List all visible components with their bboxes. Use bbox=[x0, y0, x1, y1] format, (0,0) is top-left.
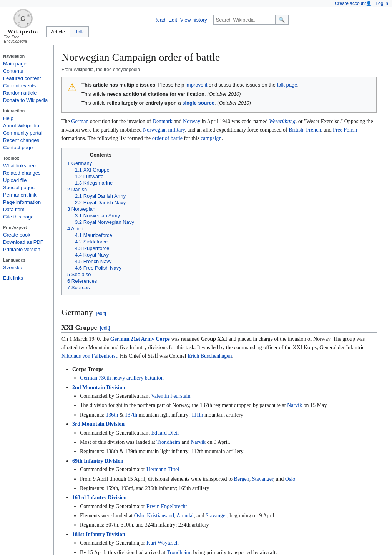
campaign-link[interactable]: campaign bbox=[201, 135, 221, 141]
narvik-link-2[interactable]: Narvik bbox=[191, 439, 206, 445]
tab-article[interactable]: Article bbox=[46, 26, 70, 37]
sidebar-item-upload[interactable]: Upload file bbox=[3, 177, 50, 184]
137th-link[interactable]: 137th bbox=[125, 412, 137, 418]
sidebar-item-page-info[interactable]: Page information bbox=[3, 198, 50, 206]
bergen-link[interactable]: Bergen bbox=[234, 476, 249, 482]
german-21st-link[interactable]: German 21st Army Corps bbox=[110, 336, 170, 342]
read-action[interactable]: Read bbox=[153, 17, 165, 23]
sidebar-item-contact[interactable]: Contact page bbox=[3, 144, 50, 151]
181st-link[interactable]: 181st Infantry Division bbox=[72, 532, 125, 537]
search-button[interactable]: 🔍 bbox=[275, 15, 288, 24]
sidebar-item-special-pages[interactable]: Special pages bbox=[3, 184, 50, 191]
germany-edit-link[interactable]: [edit] bbox=[96, 311, 106, 316]
sidebar-item-random-article[interactable]: Random article bbox=[3, 89, 50, 97]
feurstein-link[interactable]: Valentin Feurstein bbox=[151, 393, 190, 399]
edit-action[interactable]: Edit bbox=[168, 17, 177, 23]
sidebar-item-donate[interactable]: Donate to Wikipedia bbox=[3, 97, 50, 104]
list-item-181st: 181st Infantry Division Commanded by Gen… bbox=[72, 530, 377, 555]
sidebar-item-about[interactable]: About Wikipedia bbox=[3, 122, 50, 129]
layout: Navigation Main page Contents Featured c… bbox=[0, 45, 392, 555]
tabs-search-area: Read Edit View history 🔍 Article Talk bbox=[46, 15, 388, 37]
list-item-feurstein: Commanded by Generalleutnant Valentin Fe… bbox=[80, 392, 377, 400]
british-link[interactable]: British bbox=[289, 127, 303, 133]
sidebar-item-data[interactable]: Data item bbox=[3, 206, 50, 213]
create-account-link[interactable]: Create account bbox=[335, 1, 366, 6]
search-input[interactable] bbox=[214, 15, 275, 24]
sidebar-item-cite[interactable]: Cite this page bbox=[3, 213, 50, 220]
french-link[interactable]: French bbox=[306, 127, 321, 133]
sidebar-item-create-book[interactable]: Create book bbox=[3, 231, 50, 238]
warning-icon: ⚠ bbox=[67, 81, 77, 94]
notice-content: This article has multiple issues. Please… bbox=[81, 81, 299, 108]
69th-link[interactable]: 69th Infantry Division bbox=[72, 458, 123, 464]
stavanger-link-2[interactable]: Stavanger bbox=[206, 513, 227, 518]
sidebar-item-what-links[interactable]: What links here bbox=[3, 162, 50, 169]
woytasch-link[interactable]: Kurt Woytasch bbox=[146, 540, 179, 546]
3rd-mountain-link[interactable]: 3rd Mountain Division bbox=[72, 421, 125, 427]
oslo-link-1[interactable]: Oslo bbox=[285, 476, 295, 482]
toc-item-3-2: 3.2 Royal Norwegian Navy bbox=[67, 219, 134, 225]
denmark-link[interactable]: Denmark bbox=[153, 118, 173, 124]
buschenhagen-link[interactable]: Erich Buschenhagen bbox=[188, 353, 232, 359]
kristiansand-link[interactable]: Kristiansand bbox=[147, 513, 174, 518]
sidebar-item-edit-links[interactable]: Edit links bbox=[3, 274, 50, 282]
sidebar-item-main-page[interactable]: Main page bbox=[3, 60, 50, 67]
free-polish-link[interactable]: Free Polish bbox=[333, 127, 357, 133]
sidebar-item-contents[interactable]: Contents bbox=[3, 67, 50, 75]
norway-link[interactable]: Norway bbox=[183, 118, 200, 124]
talk-page-link[interactable]: talk page bbox=[277, 82, 297, 88]
sidebar-item-related-changes[interactable]: Related changes bbox=[3, 169, 50, 177]
tab-talk[interactable]: Talk bbox=[70, 26, 89, 37]
sidebar-item-community[interactable]: Community portal bbox=[3, 129, 50, 137]
order-of-battle-link[interactable]: order of battle bbox=[152, 135, 183, 141]
sidebar-item-svenska[interactable]: Svenska bbox=[3, 264, 50, 271]
view-history-action[interactable]: View history bbox=[180, 17, 207, 23]
header: Ω 维 基 百 科 Wikipedia The Free Encyclopedi… bbox=[0, 7, 392, 45]
single-source-link[interactable]: single source bbox=[182, 100, 214, 106]
search-box: 🔍 bbox=[213, 15, 289, 25]
trondheim-link-1[interactable]: Trondheim bbox=[156, 439, 180, 445]
trondheim-link-2[interactable]: Trondheim bbox=[167, 550, 191, 555]
svg-text:百: 百 bbox=[18, 22, 20, 25]
xxi-gruppe-edit-link[interactable]: [edit] bbox=[100, 325, 110, 331]
list-item-2md-regiments: Regiments: 136th & 137th mountain light … bbox=[80, 411, 377, 419]
sidebar-item-permanent[interactable]: Permanent link bbox=[3, 191, 50, 198]
sidebar-item-featured-content[interactable]: Featured content bbox=[3, 75, 50, 82]
norwegian-military-link[interactable]: Norwegian military bbox=[143, 127, 185, 133]
improve-link[interactable]: improve it bbox=[186, 82, 207, 88]
111th-link[interactable]: 111th bbox=[191, 412, 203, 418]
weseruebung-link[interactable]: Weserübung bbox=[269, 118, 296, 124]
tittel-link[interactable]: Hermann Tittel bbox=[146, 467, 179, 472]
list-item-3md-detail1: Most of this division was landed at Tron… bbox=[80, 438, 377, 447]
german-link[interactable]: German bbox=[71, 118, 88, 124]
toc-item-2-2: 2.2 Royal Danish Navy bbox=[67, 199, 134, 206]
interaction-section-title: Interaction bbox=[3, 108, 50, 113]
sidebar-item-printable[interactable]: Printable version bbox=[3, 246, 50, 253]
sidebar-item-current-events[interactable]: Current events bbox=[3, 82, 50, 89]
136th-link[interactable]: 136th bbox=[106, 412, 118, 418]
toc-item-1-2: 1.2 Luftwaffe bbox=[67, 173, 134, 180]
163rd-link[interactable]: 163rd Infantry Division bbox=[72, 495, 127, 500]
notice-line3: This article relies largely or entirely … bbox=[81, 99, 299, 107]
oslo-link-2[interactable]: Oslo bbox=[134, 513, 144, 518]
arendal-link[interactable]: Arendal bbox=[176, 513, 194, 518]
dietl-link[interactable]: Eduard Dietl bbox=[151, 430, 179, 436]
intro-paragraph: The German operation for the invasion of… bbox=[61, 117, 377, 143]
toc-item-3: 3 Norwegian bbox=[67, 206, 134, 212]
list-item-dietl: Commanded by Generalleutnant Eduard Diet… bbox=[80, 429, 377, 437]
log-in-link[interactable]: Log in bbox=[375, 1, 388, 6]
narvik-link-1[interactable]: Narvik bbox=[287, 402, 302, 408]
stavanger-link-1[interactable]: Stavanger bbox=[252, 476, 273, 482]
730th-link[interactable]: German 730th heavy artillery battalion bbox=[80, 375, 164, 381]
sidebar-item-recent-changes[interactable]: Recent changes bbox=[3, 137, 50, 144]
notice-line1: This article has multiple issues. Please… bbox=[81, 81, 299, 89]
sidebar-item-help[interactable]: Help bbox=[3, 115, 50, 122]
2nd-mountain-link[interactable]: 2nd Mountain Division bbox=[72, 385, 125, 390]
falkenhorst-link[interactable]: Nikolaus von Falkenhorst bbox=[61, 353, 117, 359]
toc-title: Contents bbox=[67, 152, 134, 158]
toc-item-3-1: 3.1 Norwegian Army bbox=[67, 212, 134, 219]
engelbrecht-link[interactable]: Erwin Engelbrecht bbox=[146, 503, 187, 509]
main-content: Norwegian Campaign order of battle From … bbox=[54, 45, 384, 555]
sidebar-item-download-pdf[interactable]: Download as PDF bbox=[3, 238, 50, 246]
list-item-2md-detail1: The division fought in the northern part… bbox=[80, 401, 377, 410]
